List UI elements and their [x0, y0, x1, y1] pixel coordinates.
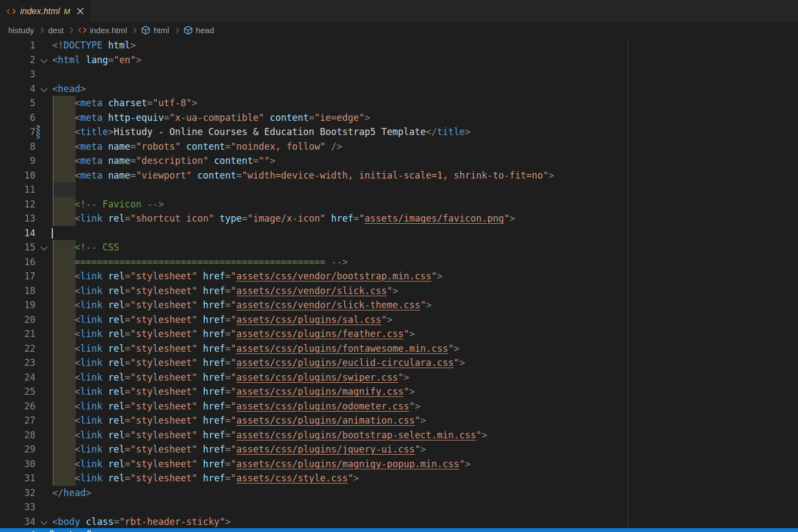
fold-chevron-icon[interactable] — [40, 518, 47, 525]
code-text: <meta http-equiv="x-ua-compatible" conte… — [52, 111, 370, 125]
line-number: 31 — [0, 471, 35, 486]
code-line-23[interactable]: 23 <link rel="stylesheet" href="assets/c… — [0, 356, 798, 370]
tab-modified-badge: M — [64, 7, 70, 16]
line-number: 32 — [0, 486, 35, 500]
code-line-31[interactable]: 31 <link rel="stylesheet" href="assets/c… — [0, 471, 798, 486]
code-line-20[interactable]: 20 <link rel="stylesheet" href="assets/c… — [0, 313, 798, 327]
line-number: 17 — [0, 269, 35, 284]
code-line-2[interactable]: 2<html lang="en"> — [0, 53, 798, 68]
code-line-27[interactable]: 27 <link rel="stylesheet" href="assets/c… — [0, 413, 798, 428]
breadcrumb-separator-icon — [173, 28, 179, 33]
code-line-1[interactable]: 1<!DOCTYPE html> — [0, 38, 798, 53]
code-text: <meta name="robots" content="noindex, fo… — [52, 139, 342, 154]
breadcrumb-separator-icon — [68, 28, 73, 33]
tab-index-html[interactable]: index.html M — [0, 0, 90, 22]
code-line-13[interactable]: 13 <link rel="shortcut icon" type="image… — [0, 211, 798, 226]
code-line-12[interactable]: 12 <!-- Favicon --> — [0, 197, 798, 212]
code-text: <!-- Favicon --> — [52, 197, 164, 212]
tab-bar: index.html M — [0, 0, 798, 22]
line-number: 25 — [0, 384, 35, 399]
code-line-8[interactable]: 8 <meta name="robots" content="noindex, … — [0, 139, 798, 154]
line-number: 16 — [0, 255, 35, 270]
code-line-22[interactable]: 22 <link rel="stylesheet" href="assets/c… — [0, 341, 798, 356]
breadcrumb-item-index-html[interactable]: index.html — [78, 26, 127, 35]
code-line-25[interactable]: 25 <link rel="stylesheet" href="assets/c… — [0, 384, 798, 399]
line-number: 26 — [0, 399, 35, 414]
code-line-5[interactable]: 5 <meta charset="utf-8"> — [0, 96, 798, 111]
code-line-11[interactable]: 11 — [0, 182, 798, 197]
code-line-34[interactable]: 34<body class="rbt-header-sticky"> — [0, 515, 798, 529]
fold-chevron-icon[interactable] — [40, 243, 47, 250]
line-number: 5 — [0, 96, 35, 111]
code-text: ========================================… — [52, 255, 348, 270]
code-line-10[interactable]: 10 <meta name="viewport" content="width=… — [0, 168, 798, 183]
code-text: <link rel="stylesheet" href="assets/css/… — [52, 384, 415, 399]
line-number: 29 — [0, 442, 35, 457]
breadcrumb-label: histudy — [8, 26, 34, 35]
code-line-16[interactable]: 16 =====================================… — [0, 255, 798, 270]
line-number: 7 — [0, 125, 35, 139]
code-text: <link rel="stylesheet" href="assets/css/… — [52, 370, 409, 385]
code-text: <title>Histudy - Online Courses & Educat… — [52, 125, 471, 139]
editor-pane[interactable]: 1<!DOCTYPE html>2<html lang="en">34<head… — [0, 38, 798, 528]
code-line-6[interactable]: 6 <meta http-equiv="x-ua-compatible" con… — [0, 111, 798, 125]
line-number: 6 — [0, 111, 35, 125]
code-text: <!-- CSS — [52, 240, 119, 255]
breadcrumb-label: dest — [48, 26, 64, 35]
vscode-editor-window: index.html M histudy dest ind — [0, 0, 798, 532]
code-line-17[interactable]: 17 <link rel="stylesheet" href="assets/c… — [0, 269, 798, 284]
indent-highlight — [53, 182, 76, 197]
code-text: <body class="rbt-header-sticky"> — [52, 515, 231, 529]
breadcrumb-item-dest[interactable]: dest — [48, 26, 64, 35]
code-text: <meta name="description" content=""> — [52, 154, 276, 168]
fold-chevron-icon[interactable] — [40, 85, 47, 92]
symbol-cube-icon — [184, 26, 193, 35]
code-text: <link rel="stylesheet" href="assets/css/… — [52, 341, 459, 356]
code-line-26[interactable]: 26 <link rel="stylesheet" href="assets/c… — [0, 399, 798, 414]
code-text: <link rel="stylesheet" href="assets/css/… — [52, 399, 421, 414]
code-line-32[interactable]: 32</head> — [0, 486, 798, 500]
code-line-30[interactable]: 30 <link rel="stylesheet" href="assets/c… — [0, 457, 798, 472]
line-number: 19 — [0, 298, 35, 313]
code-text: <link rel="stylesheet" href="assets/css/… — [52, 471, 359, 486]
code-line-14[interactable]: 14 — [0, 226, 798, 241]
breadcrumb-item-histudy[interactable]: histudy — [8, 26, 34, 35]
status-problems[interactable]: ⊘ 0 ⚠ 0 — [30, 530, 798, 532]
code-line-18[interactable]: 18 <link rel="stylesheet" href="assets/c… — [0, 284, 798, 298]
html-file-icon — [78, 27, 87, 33]
fold-chevron-icon[interactable] — [40, 56, 47, 63]
code-line-29[interactable]: 29 <link rel="stylesheet" href="assets/c… — [0, 442, 798, 457]
breadcrumb-label: html — [154, 26, 169, 35]
code-line-4[interactable]: 4<head> — [0, 82, 798, 96]
code-line-3[interactable]: 3 — [0, 67, 798, 82]
line-number: 3 — [0, 67, 35, 82]
line-number: 11 — [0, 182, 35, 197]
breadcrumb: histudy dest index.html html — [0, 22, 798, 38]
code-line-28[interactable]: 28 <link rel="stylesheet" href="assets/c… — [0, 428, 798, 443]
code-text: <meta charset="utf-8"> — [52, 96, 197, 111]
code-line-33[interactable]: 33 — [0, 500, 798, 515]
code-line-24[interactable]: 24 <link rel="stylesheet" href="assets/c… — [0, 370, 798, 385]
code-text: <link rel="stylesheet" href="assets/css/… — [52, 269, 443, 284]
line-number: 18 — [0, 284, 35, 298]
breadcrumb-item-head-symbol[interactable]: head — [184, 26, 214, 35]
code-line-19[interactable]: 19 <link rel="stylesheet" href="assets/c… — [0, 298, 798, 313]
code-text: <link rel="stylesheet" href="assets/css/… — [52, 428, 487, 443]
breadcrumb-label: head — [196, 26, 214, 35]
code-text: <link rel="shortcut icon" type="image/x-… — [52, 211, 515, 226]
line-number: 1 — [0, 38, 35, 53]
code-text: <meta name="viewport" content="width=dev… — [52, 168, 554, 183]
code-line-9[interactable]: 9 <meta name="description" content=""> — [0, 154, 798, 168]
code-text: <!DOCTYPE html> — [52, 38, 136, 53]
close-icon[interactable] — [77, 8, 84, 15]
code-line-7[interactable]: 7 <title>Histudy - Online Courses & Educ… — [0, 125, 798, 139]
line-number: 14 — [0, 226, 35, 241]
code-line-21[interactable]: 21 <link rel="stylesheet" href="assets/c… — [0, 327, 798, 341]
line-number: 13 — [0, 211, 35, 226]
code-line-15[interactable]: 15 <!-- CSS — [0, 240, 798, 255]
breadcrumb-label: index.html — [90, 26, 127, 35]
breadcrumb-item-html-symbol[interactable]: html — [141, 26, 169, 35]
line-number: 33 — [0, 500, 35, 515]
code-text: <link rel="stylesheet" href="assets/css/… — [52, 327, 415, 341]
status-bar[interactable]: ⊘ 0 ⚠ 0 — [0, 528, 798, 532]
